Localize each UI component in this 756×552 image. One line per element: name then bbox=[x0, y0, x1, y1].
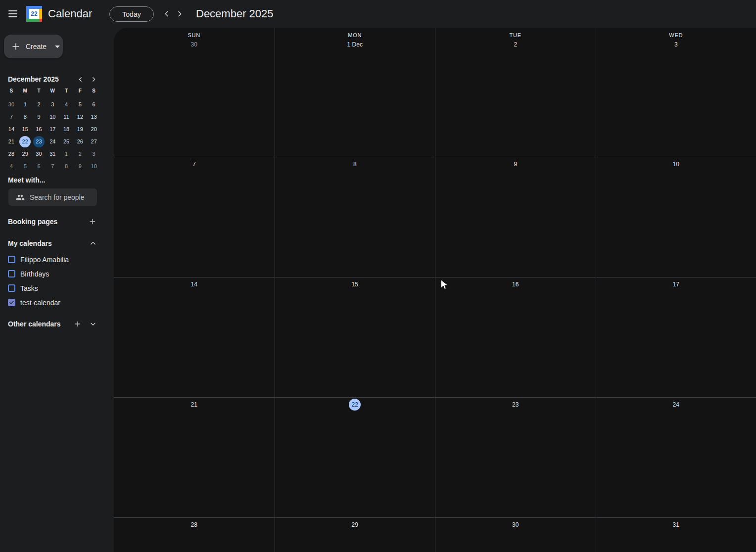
date-number[interactable]: 7 bbox=[188, 158, 200, 170]
mini-date-cell[interactable]: 8 bbox=[59, 160, 73, 173]
date-number[interactable]: 30 bbox=[510, 519, 521, 531]
mini-date-cell[interactable]: 4 bbox=[59, 98, 73, 111]
mini-date-cell[interactable]: 26 bbox=[73, 136, 87, 148]
date-number[interactable]: 30 bbox=[188, 39, 200, 50]
day-cell[interactable]: WED3 bbox=[596, 28, 756, 157]
day-cell[interactable]: 29 bbox=[275, 518, 435, 552]
mini-date-cell[interactable]: 6 bbox=[87, 98, 101, 111]
date-number[interactable]: 24 bbox=[670, 399, 682, 411]
date-number[interactable]: 1 Dec bbox=[345, 39, 365, 50]
previous-month-button[interactable] bbox=[161, 8, 173, 20]
day-cell[interactable]: SUN30 bbox=[114, 28, 275, 157]
day-cell[interactable]: 7 bbox=[114, 157, 275, 277]
collapse-my-calendars-button[interactable] bbox=[87, 237, 99, 249]
search-for-people-box[interactable] bbox=[8, 188, 97, 206]
day-cell[interactable]: 10 bbox=[596, 157, 756, 277]
today-button[interactable]: Today bbox=[109, 6, 154, 22]
day-cell[interactable]: 23 bbox=[435, 398, 596, 518]
date-number[interactable]: 28 bbox=[188, 519, 200, 531]
mini-date-cell[interactable]: 14 bbox=[4, 123, 18, 136]
mini-date-cell[interactable]: 1 bbox=[59, 148, 73, 160]
date-number[interactable]: 23 bbox=[510, 399, 521, 411]
date-number[interactable]: 16 bbox=[510, 278, 521, 290]
calendar-logo[interactable]: 22 bbox=[26, 6, 42, 22]
day-cell[interactable]: 30 bbox=[435, 518, 596, 552]
mini-date-cell[interactable]: 16 bbox=[32, 123, 46, 136]
mini-date-cell[interactable]: 22 bbox=[18, 136, 32, 148]
day-cell[interactable]: 8 bbox=[275, 157, 435, 277]
mini-date-cell[interactable]: 6 bbox=[32, 160, 46, 173]
mini-date-cell[interactable]: 1 bbox=[18, 98, 32, 111]
day-cell[interactable]: 28 bbox=[114, 518, 275, 552]
day-cell[interactable]: MON1 Dec bbox=[275, 28, 435, 157]
mini-date-cell[interactable]: 21 bbox=[4, 136, 18, 148]
day-cell[interactable]: 31 bbox=[596, 518, 756, 552]
mini-date-cell[interactable]: 30 bbox=[4, 98, 18, 111]
mini-date-cell[interactable]: 28 bbox=[4, 148, 18, 160]
calendar-list-item[interactable]: Birthdays bbox=[0, 267, 114, 281]
mini-date-cell[interactable]: 25 bbox=[59, 136, 73, 148]
day-cell[interactable]: 17 bbox=[596, 277, 756, 398]
day-cell[interactable]: 21 bbox=[114, 398, 275, 518]
mini-date-cell[interactable]: 5 bbox=[18, 160, 32, 173]
mini-date-cell[interactable]: 19 bbox=[73, 123, 87, 136]
mini-date-cell[interactable]: 13 bbox=[87, 111, 101, 123]
day-cell[interactable]: 22 bbox=[275, 398, 435, 518]
mini-date-cell[interactable]: 2 bbox=[73, 148, 87, 160]
calendar-list-item[interactable]: Filippo Amabilia bbox=[0, 252, 114, 267]
mini-previous-month-button[interactable] bbox=[74, 73, 86, 85]
mini-date-cell[interactable]: 9 bbox=[73, 160, 87, 173]
mini-date-cell[interactable]: 7 bbox=[46, 160, 59, 173]
calendar-list-item[interactable]: test-calendar bbox=[0, 295, 114, 310]
date-number[interactable]: 15 bbox=[349, 278, 361, 290]
day-cell[interactable]: 16 bbox=[435, 277, 596, 398]
checkbox-checked[interactable] bbox=[8, 299, 15, 306]
mini-date-cell[interactable]: 3 bbox=[87, 148, 101, 160]
mini-date-cell[interactable]: 15 bbox=[18, 123, 32, 136]
mini-date-cell[interactable]: 4 bbox=[4, 160, 18, 173]
day-cell[interactable]: 14 bbox=[114, 277, 275, 398]
date-number[interactable]: 31 bbox=[670, 519, 682, 531]
day-cell[interactable]: 9 bbox=[435, 157, 596, 277]
checkbox-unchecked[interactable] bbox=[8, 284, 15, 292]
mini-date-cell[interactable]: 30 bbox=[32, 148, 46, 160]
mini-date-cell[interactable]: 2 bbox=[32, 98, 46, 111]
day-cell[interactable]: TUE2 bbox=[435, 28, 596, 157]
expand-other-calendars-button[interactable] bbox=[87, 318, 99, 330]
mini-date-cell[interactable]: 5 bbox=[73, 98, 87, 111]
mini-date-cell[interactable]: 3 bbox=[46, 98, 59, 111]
mini-date-cell[interactable]: 10 bbox=[46, 111, 59, 123]
mini-date-cell[interactable]: 17 bbox=[46, 123, 59, 136]
day-cell[interactable]: 24 bbox=[596, 398, 756, 518]
date-number[interactable]: 10 bbox=[670, 158, 682, 170]
calendar-list-item[interactable]: Tasks bbox=[0, 281, 114, 295]
mini-date-cell[interactable]: 11 bbox=[59, 111, 73, 123]
date-number[interactable]: 29 bbox=[349, 519, 361, 531]
create-button[interactable]: Create bbox=[4, 35, 63, 58]
main-menu-button[interactable] bbox=[3, 4, 23, 24]
day-cell[interactable]: 15 bbox=[275, 277, 435, 398]
date-number[interactable]: 3 bbox=[670, 39, 682, 50]
mini-date-cell[interactable]: 20 bbox=[87, 123, 101, 136]
date-number[interactable]: 14 bbox=[188, 278, 200, 290]
mini-date-cell[interactable]: 23 bbox=[32, 136, 46, 148]
mini-date-cell[interactable]: 27 bbox=[87, 136, 101, 148]
mini-date-cell[interactable]: 7 bbox=[4, 111, 18, 123]
mini-date-cell[interactable]: 10 bbox=[87, 160, 101, 173]
add-other-calendar-button[interactable] bbox=[72, 318, 84, 330]
next-month-button[interactable] bbox=[174, 8, 186, 20]
checkbox-unchecked[interactable] bbox=[8, 270, 15, 277]
checkbox-unchecked[interactable] bbox=[8, 256, 15, 263]
mini-next-month-button[interactable] bbox=[88, 73, 99, 85]
mini-date-cell[interactable]: 18 bbox=[59, 123, 73, 136]
date-number[interactable]: 17 bbox=[670, 278, 682, 290]
date-number[interactable]: 8 bbox=[349, 158, 361, 170]
mini-date-cell[interactable]: 12 bbox=[73, 111, 87, 123]
add-booking-page-button[interactable] bbox=[87, 216, 98, 228]
mini-date-cell[interactable]: 24 bbox=[46, 136, 59, 148]
date-number[interactable]: 21 bbox=[188, 399, 200, 411]
date-number[interactable]: 2 bbox=[510, 39, 521, 50]
mini-date-cell[interactable]: 9 bbox=[32, 111, 46, 123]
date-number[interactable]: 9 bbox=[510, 158, 521, 170]
mini-date-cell[interactable]: 29 bbox=[18, 148, 32, 160]
